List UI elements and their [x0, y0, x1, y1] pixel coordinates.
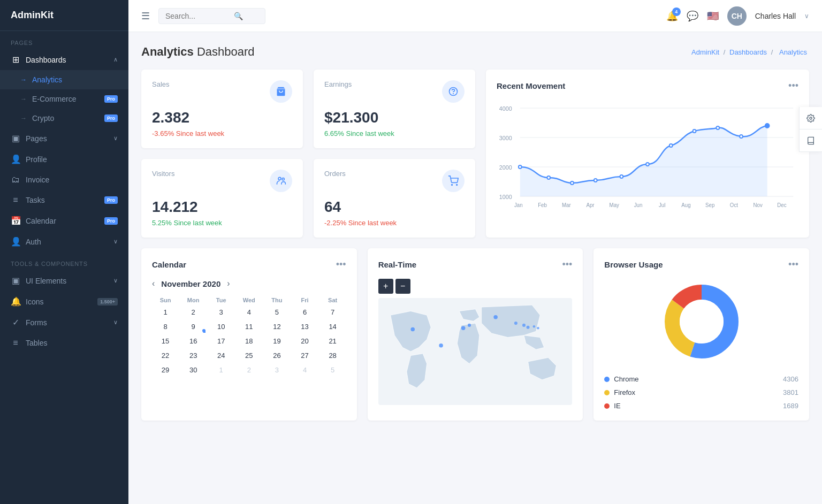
- cal-day-15[interactable]: 15: [152, 334, 179, 348]
- cal-day-12[interactable]: 12: [263, 320, 290, 333]
- cal-next-day-1: 1: [208, 363, 234, 377]
- breadcrumb-dashboards[interactable]: Dashboards: [729, 48, 767, 56]
- breadcrumb-sep2: /: [771, 48, 775, 56]
- svg-text:Jul: Jul: [659, 202, 665, 208]
- cal-day-21[interactable]: 21: [319, 334, 346, 348]
- map-zoom-in-button[interactable]: +: [378, 279, 393, 294]
- notification-button[interactable]: 🔔 4: [666, 10, 678, 22]
- language-selector[interactable]: 🇺🇸: [707, 10, 719, 22]
- cal-day-28[interactable]: 28: [319, 349, 346, 362]
- calendar-prev-button[interactable]: ‹: [152, 279, 155, 288]
- cal-next-day-2: 2: [235, 363, 262, 377]
- svg-point-50: [680, 300, 724, 343]
- svg-point-36: [765, 124, 770, 128]
- cal-day-22[interactable]: 22: [152, 349, 179, 362]
- sidebar-item-tables[interactable]: ≡ Tables: [0, 333, 128, 353]
- cal-day-1[interactable]: 1: [152, 306, 179, 319]
- stat-card-visitors-header: Visitors: [152, 170, 292, 192]
- cal-day-3[interactable]: 3: [208, 306, 234, 319]
- cal-day-5[interactable]: 5: [263, 306, 290, 319]
- cal-day-23[interactable]: 23: [180, 349, 207, 362]
- visitors-label: Visitors: [152, 170, 174, 178]
- sidebar-item-forms[interactable]: ✓ Forms ∨: [0, 312, 128, 333]
- cal-day-27[interactable]: 27: [291, 349, 318, 362]
- cal-day-9[interactable]: 9: [180, 320, 207, 333]
- calendar-more-button[interactable]: •••: [336, 259, 346, 270]
- sidebar-item-analytics[interactable]: → Analytics: [0, 70, 128, 89]
- settings-panel-button[interactable]: [800, 107, 822, 129]
- header-icons: 🔔 4 💬 🇺🇸 CH Charles Hall ∨: [666, 6, 809, 26]
- cal-day-16[interactable]: 16: [180, 334, 207, 348]
- svg-text:4000: 4000: [499, 105, 512, 112]
- svg-point-29: [594, 179, 597, 182]
- user-name[interactable]: Charles Hall: [755, 12, 796, 20]
- sidebar-item-dashboards[interactable]: ⊞ Dashboards ∧: [0, 49, 128, 70]
- sidebar-item-crypto[interactable]: → Crypto Pro: [0, 109, 128, 128]
- cal-day-2[interactable]: 2: [180, 306, 207, 319]
- cal-day-7[interactable]: 7: [319, 306, 346, 319]
- cal-day-8[interactable]: 8: [152, 320, 179, 333]
- user-dropdown-icon[interactable]: ∨: [804, 12, 809, 20]
- sales-change: -3.65% Since last week: [152, 129, 292, 138]
- browser-list: Chrome 4306 Firefox 3801: [604, 375, 798, 410]
- realtime-more-button[interactable]: •••: [562, 259, 572, 270]
- cal-day-4[interactable]: 4: [235, 306, 262, 319]
- map-zoom-out-button[interactable]: −: [395, 279, 410, 294]
- sidebar-item-pages[interactable]: ▣ Pages ∨: [0, 128, 128, 149]
- sidebar-item-analytics-label: Analytics: [32, 75, 62, 84]
- sidebar-item-auth-label: Auth: [26, 238, 41, 246]
- stat-card-orders-header: Orders: [324, 170, 465, 192]
- cal-day-29[interactable]: 29: [152, 363, 179, 377]
- svg-point-46: [439, 343, 443, 348]
- calendar-days: 1234567891011121314151617181920212223242…: [152, 306, 346, 377]
- sidebar-item-ui-elements[interactable]: ▣ UI Elements ∨: [0, 270, 128, 291]
- search-input[interactable]: [165, 12, 230, 20]
- stat-card-visitors: Visitors 14.212 5.25% Since last week: [141, 159, 303, 238]
- browser-more-button[interactable]: •••: [788, 259, 798, 270]
- orders-change: -2.25% Since last week: [324, 219, 465, 227]
- browser-item-ie: IE 1689: [604, 402, 798, 410]
- cal-day-19[interactable]: 19: [263, 334, 290, 348]
- breadcrumb-current: Analytics: [779, 48, 807, 56]
- earnings-icon-circle: [442, 80, 465, 103]
- earnings-change: 6.65% Since last week: [324, 129, 465, 138]
- svg-point-39: [468, 324, 471, 327]
- sidebar-item-tasks[interactable]: ≡ Tasks Pro: [0, 190, 128, 210]
- calendar-next-button[interactable]: ›: [227, 279, 230, 288]
- svg-point-37: [410, 327, 415, 332]
- menu-toggle-button[interactable]: ☰: [141, 10, 150, 22]
- svg-text:Oct: Oct: [730, 202, 738, 208]
- firefox-name: Firefox: [604, 388, 635, 396]
- ie-dot: [604, 403, 610, 409]
- stats-col-right: Earnings $21.300 6.65% Since last week O…: [314, 70, 475, 238]
- cal-day-14[interactable]: 14: [319, 320, 346, 333]
- sidebar-item-profile[interactable]: 👤 Profile: [0, 149, 128, 170]
- cal-day-10[interactable]: 10: [208, 320, 234, 333]
- cal-day-13[interactable]: 13: [291, 320, 318, 333]
- docs-panel-button[interactable]: [800, 129, 822, 152]
- cal-day-11[interactable]: 11: [235, 320, 262, 333]
- sidebar-item-crypto-label: Crypto: [32, 114, 54, 123]
- chart-more-button[interactable]: •••: [788, 80, 798, 91]
- stat-card-earnings-header: Earnings: [324, 80, 465, 103]
- cal-day-20[interactable]: 20: [291, 334, 318, 348]
- cal-day-26[interactable]: 26: [263, 349, 290, 362]
- ecommerce-badge: Pro: [104, 95, 118, 103]
- breadcrumb-adminkit[interactable]: AdminKit: [691, 48, 719, 56]
- sidebar-item-icons[interactable]: 🔔 Icons 1.500+: [0, 291, 128, 312]
- sidebar-item-ui-elements-label: UI Elements: [26, 277, 66, 285]
- sidebar-item-calendar[interactable]: 📅 Calendar Pro: [0, 210, 128, 231]
- svg-text:2000: 2000: [499, 164, 512, 171]
- cal-day-17[interactable]: 17: [208, 334, 234, 348]
- sidebar-item-ecommerce[interactable]: → E-Commerce Pro: [0, 89, 128, 109]
- cal-day-18[interactable]: 18: [235, 334, 262, 348]
- sidebar-item-invoice[interactable]: 🗂 Invoice: [0, 170, 128, 190]
- cal-day-24[interactable]: 24: [208, 349, 234, 362]
- stat-card-earnings: Earnings $21.300 6.65% Since last week: [314, 70, 475, 148]
- cal-day-25[interactable]: 25: [235, 349, 262, 362]
- messages-button[interactable]: 💬: [687, 10, 698, 22]
- cal-day-6[interactable]: 6: [291, 306, 318, 319]
- content-area: Analytics Dashboard AdminKit / Dashboard…: [128, 32, 822, 504]
- cal-day-30[interactable]: 30: [180, 363, 207, 377]
- sidebar-item-auth[interactable]: 👤 Auth ∨: [0, 231, 128, 252]
